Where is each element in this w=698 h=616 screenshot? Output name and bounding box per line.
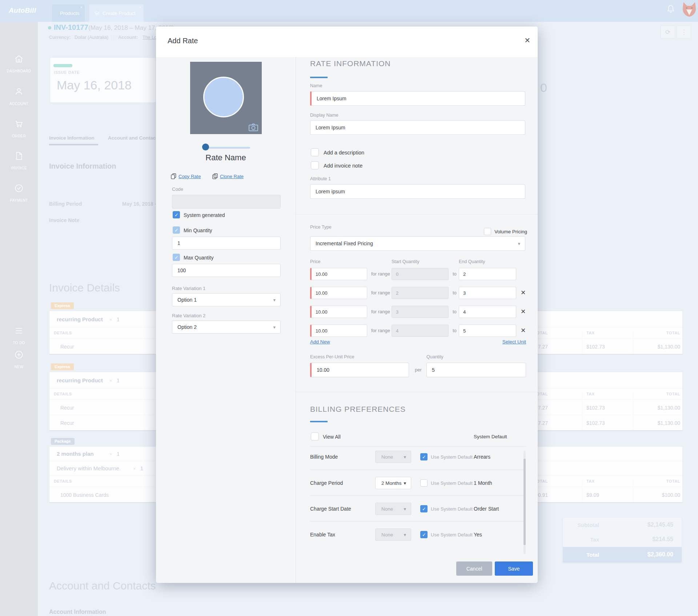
remove-row-icon[interactable]: ✕ [521,327,526,334]
system-default-value: 1 Month [474,480,492,486]
max-quantity-checkbox[interactable] [173,254,180,261]
end-quantity-input[interactable]: 4 [459,306,516,318]
col-details: DETAILS [54,392,72,396]
start-quantity-input: 0 [392,268,449,280]
slider-handle[interactable] [202,144,209,150]
cancel-button[interactable]: Cancel [456,561,492,576]
use-system-default-checkbox[interactable] [420,453,428,460]
tab-account-and-contacts[interactable]: Account and Contacts [108,135,160,141]
sidebar-item-account[interactable]: ACCOUNT [0,102,38,106]
tab-products[interactable]: Products × [52,4,85,22]
price-type-select[interactable]: Incremental Fixed Pricing ▾ [310,236,525,251]
group-title: recurring Product [57,377,103,383]
section-divider [296,214,538,214]
tab-invoice-information[interactable]: Invoice Information [49,135,95,141]
end-quantity-input[interactable]: 2 [459,268,516,280]
end-quantity-input[interactable]: 3 [459,287,516,299]
view-all-label: View All [323,434,341,440]
volume-pricing-checkbox[interactable] [484,228,491,235]
times-icon: × [133,466,136,471]
tab-close-icon[interactable]: × [80,5,83,9]
to-text: to [453,290,457,295]
rate-image-placeholder[interactable] [190,62,262,134]
invoice-number[interactable]: INV-10177 [54,23,88,32]
add-invoice-note-checkbox[interactable] [311,161,319,169]
tab-create-product[interactable]: Create Product × [89,4,144,22]
min-quantity-checkbox[interactable] [173,226,180,234]
app-logo: AutoBill [9,7,36,15]
price-type-label: Price Type [310,225,332,230]
sidebar-item-todo[interactable]: TO DO [0,341,38,345]
row-tax: $102.73 [582,400,605,415]
issue-date-card: ISSUE DATE May 16, 2018 [50,58,156,102]
invoice-note-label: Invoice Note [49,217,79,223]
use-system-default-checkbox[interactable] [420,531,428,538]
name-input[interactable]: Lorem Ipsum [310,91,525,106]
attribute-1-label: Attribute 1 [310,176,331,181]
add-description-label: Add a description [324,150,364,156]
sidebar-item-payment[interactable]: PAYMENT [0,198,38,202]
price-input[interactable]: 10.00 [310,287,367,299]
max-quantity-input[interactable]: 100 [172,264,281,277]
row-divider [310,521,526,522]
row-total: $1,130.00 [633,400,680,415]
bell-icon[interactable] [667,5,674,13]
display-name-input[interactable]: Lorem Ipsum [310,120,525,135]
code-input [172,195,281,209]
row-tax: $102.73 [582,415,605,430]
name-label: Name [310,83,322,88]
tab-close-icon[interactable]: × [139,5,141,9]
camera-icon[interactable] [249,124,258,131]
clone-rate-link[interactable]: Clone Rate [212,173,244,179]
refresh-button[interactable]: ⟳ [661,25,675,39]
price-input[interactable]: 10.00 [310,325,367,337]
add-new-link[interactable]: Add New [310,339,330,345]
sidebar-item-order[interactable]: ORDER [0,134,38,138]
end-quantity-header: End Quantity [459,259,485,264]
price-input[interactable]: 10.00 [310,306,367,318]
select-unit-link[interactable]: Select Unit [494,339,526,345]
check-circle-icon [14,184,24,193]
document-icon [14,151,24,161]
attribute-1-input[interactable]: Lorem ipsum [310,184,525,199]
copy-rate-link[interactable]: Copy Rate [171,173,201,179]
close-icon[interactable]: ✕ [524,36,530,45]
user-icon [14,87,24,96]
enable-tax-label: Enable Tax [310,532,335,538]
status-dot [48,26,51,29]
more-options-button[interactable]: ⋮ [677,25,691,39]
chevron-down-icon: ▾ [273,325,276,330]
avatar-fox[interactable] [681,1,697,17]
save-button[interactable]: Save [495,561,533,576]
plus-circle-icon [14,350,24,359]
tax-value: $214.55 [652,536,673,543]
image-zoom-slider[interactable] [205,147,250,149]
view-all-checkbox[interactable] [311,432,319,440]
rate-information-heading: RATE INFORMATION [310,59,391,68]
use-system-default-checkbox[interactable] [420,479,428,487]
system-generated-checkbox[interactable] [173,211,180,218]
row-total: $1,130.00 [633,415,680,430]
rate-variation-1-select[interactable]: Option 1 ▾ [172,293,281,306]
quantity-input[interactable]: 5 [426,363,526,377]
section-underline [310,421,328,422]
remove-row-icon[interactable]: ✕ [521,289,526,297]
excess-per-unit-price-input[interactable]: 10.00 [310,363,409,377]
row-name: Recur [60,420,74,426]
add-description-checkbox[interactable] [311,148,319,156]
code-label: Code [172,186,183,192]
min-quantity-input[interactable]: 1 [172,237,281,250]
end-quantity-input[interactable]: 5 [459,325,516,337]
charge-period-select[interactable]: 2 Months ▾ [375,477,411,489]
price-input[interactable]: 10.00 [310,268,367,280]
rate-variation-2-select[interactable]: Option 2 ▾ [172,321,281,334]
sidebar-item-invoice[interactable]: INVOICE [0,166,38,170]
use-system-default-checkbox[interactable] [420,505,428,512]
remove-row-icon[interactable]: ✕ [521,308,526,315]
layers-icon [94,11,100,16]
rate-variation-2-label: Rate Variation 2 [172,313,205,318]
sidebar-item-new[interactable]: NEW [0,365,38,369]
add-rate-modal: Add Rate ✕ Rate Name Copy Rate Clone Rat… [156,27,538,583]
sidebar-item-dashboard[interactable]: DASHBOARD [0,69,38,73]
scrollbar-thumb[interactable] [524,459,526,545]
